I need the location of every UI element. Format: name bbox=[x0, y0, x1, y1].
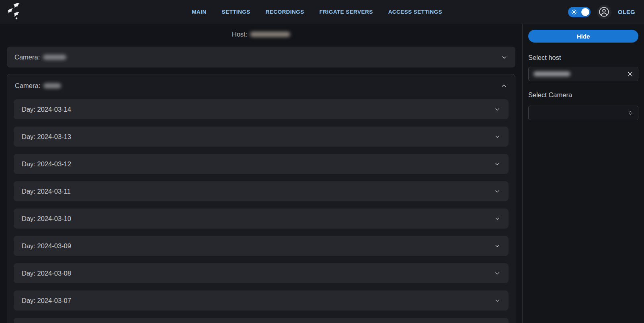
day-label: Day: 2024-03-07 bbox=[22, 297, 71, 305]
chevron-down-icon[interactable] bbox=[494, 106, 500, 112]
frigate-logo-icon[interactable] bbox=[6, 2, 24, 22]
chevron-down-icon[interactable] bbox=[494, 243, 500, 249]
day-label: Day: 2024-03-11 bbox=[22, 188, 71, 195]
topbar-right-controls: OLEG bbox=[568, 5, 635, 19]
chevron-up-icon[interactable] bbox=[500, 82, 507, 89]
day-row-2024-03-07[interactable]: Day: 2024-03-07 bbox=[14, 290, 509, 311]
camera-accordion-expanded: Camera: Day: 2024-03-14 Day: 2024-03-13 bbox=[7, 74, 515, 323]
nav-recordings[interactable]: RECORDINGS bbox=[266, 9, 304, 15]
camera-label: Camera: bbox=[14, 53, 40, 61]
day-row-2024-03-14[interactable]: Day: 2024-03-14 bbox=[14, 99, 509, 119]
camera-value-redacted bbox=[43, 55, 66, 60]
topbar: MAIN SETTINGS RECORDINGS FRIGATE SERVERS… bbox=[0, 0, 644, 24]
day-row-2024-03-11[interactable]: Day: 2024-03-11 bbox=[14, 181, 509, 201]
day-row-2024-03-13[interactable]: Day: 2024-03-13 bbox=[14, 127, 509, 147]
camera-label: Camera: bbox=[15, 82, 40, 90]
day-list: Day: 2024-03-14 Day: 2024-03-13 Day: 202… bbox=[7, 97, 515, 323]
host-title: Host: bbox=[7, 31, 515, 38]
day-label: Day: 2024-03-13 bbox=[22, 133, 71, 141]
filter-sidebar: Hide Select host Select Camera bbox=[523, 24, 644, 323]
nav-settings[interactable]: SETTINGS bbox=[222, 9, 250, 15]
x-icon[interactable] bbox=[627, 71, 633, 77]
select-camera-input[interactable] bbox=[528, 106, 638, 120]
chevron-down-icon[interactable] bbox=[494, 133, 500, 140]
day-row-2024-03-09[interactable]: Day: 2024-03-09 bbox=[14, 236, 509, 256]
host-value-redacted bbox=[250, 32, 290, 37]
select-camera-label: Select Camera bbox=[528, 91, 638, 99]
select-host-label: Select host bbox=[528, 54, 638, 61]
chevron-down-icon[interactable] bbox=[494, 161, 500, 167]
main-panel: Host: Camera: Camera: bbox=[0, 24, 523, 323]
day-row-2024-03-12[interactable]: Day: 2024-03-12 bbox=[14, 154, 509, 174]
host-label: Host: bbox=[232, 31, 248, 38]
hide-button[interactable]: Hide bbox=[528, 30, 638, 43]
camera-accordion-header[interactable]: Camera: bbox=[7, 74, 515, 97]
day-label: Day: 2024-03-12 bbox=[22, 160, 71, 168]
chevron-down-icon[interactable] bbox=[494, 188, 500, 194]
camera-value-redacted bbox=[43, 83, 61, 88]
chevron-down-icon[interactable] bbox=[494, 270, 500, 276]
content-layout: Host: Camera: Camera: bbox=[0, 24, 644, 323]
theme-toggle[interactable] bbox=[568, 7, 591, 17]
nav-frigate-servers[interactable]: FRIGATE SERVERS bbox=[320, 9, 373, 15]
select-host-input[interactable] bbox=[528, 67, 638, 81]
toggle-thumb bbox=[581, 8, 589, 16]
user-menu-button[interactable] bbox=[597, 5, 611, 19]
chevron-down-icon[interactable] bbox=[501, 54, 508, 61]
chevron-down-icon[interactable] bbox=[494, 297, 500, 304]
nav-access-settings[interactable]: ACCESS SETTINGS bbox=[388, 9, 442, 15]
nav-main[interactable]: MAIN bbox=[192, 9, 206, 15]
day-label: Day: 2024-03-08 bbox=[22, 270, 71, 277]
chevron-down-icon[interactable] bbox=[494, 215, 500, 222]
day-row-2024-03-10[interactable]: Day: 2024-03-10 bbox=[14, 209, 509, 229]
day-label: Day: 2024-03-14 bbox=[22, 106, 71, 113]
day-row-2024-03-08[interactable]: Day: 2024-03-08 bbox=[14, 263, 509, 283]
day-label: Day: 2024-03-10 bbox=[22, 215, 71, 223]
main-nav: MAIN SETTINGS RECORDINGS FRIGATE SERVERS… bbox=[192, 9, 442, 15]
unfold-icon bbox=[628, 110, 633, 116]
day-label: Day: 2024-03-09 bbox=[22, 242, 71, 250]
username-label[interactable]: OLEG bbox=[618, 9, 635, 15]
account-circle-icon bbox=[599, 6, 609, 17]
sun-icon bbox=[571, 9, 577, 17]
day-row-partial[interactable] bbox=[14, 318, 509, 323]
select-host-value-redacted bbox=[533, 72, 570, 76]
camera-accordion-collapsed[interactable]: Camera: bbox=[7, 47, 515, 67]
